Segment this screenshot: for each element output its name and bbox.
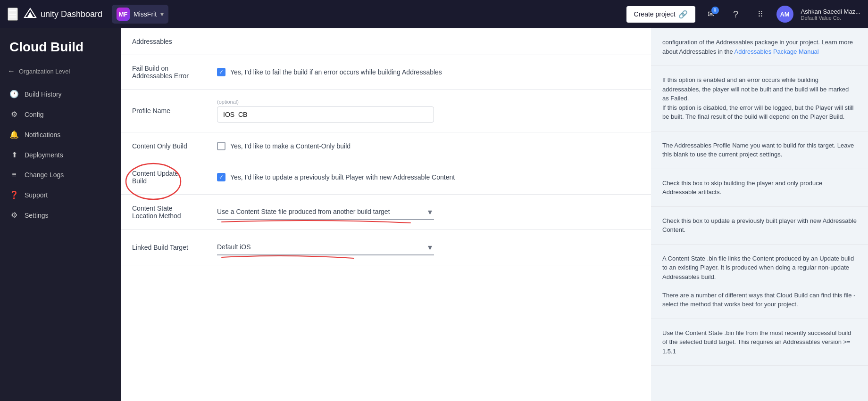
sidebar-app-title: Cloud Build xyxy=(0,28,121,62)
project-icon: MF xyxy=(117,8,130,21)
build-history-icon: 🕐 xyxy=(9,90,19,98)
field-control-content-update: ✓ Yes, I'd like to update a previously b… xyxy=(206,160,651,195)
sidebar-item-support[interactable]: ❓ Support xyxy=(0,185,121,205)
sidebar: Cloud Build ← Organization Level 🕐 Build… xyxy=(0,28,121,401)
checkbox-label-content-update: Yes, I'd like to update a previously bui… xyxy=(230,173,455,181)
linked-build-select-wrapper: Default iOS ▾ xyxy=(217,239,434,255)
create-project-button[interactable]: Create project 🔗 xyxy=(626,6,695,23)
field-label-content-state: Content State Location Method xyxy=(121,195,206,230)
notification-badge: 8 xyxy=(711,7,719,14)
apps-icon: ⠿ xyxy=(758,10,763,19)
table-row: Linked Build Target Default iOS ▾ xyxy=(121,230,651,265)
deployments-icon: ⬆ xyxy=(9,150,19,159)
addressables-manual-link[interactable]: Addressables Package Manual xyxy=(734,48,819,55)
field-label-profile-name: Profile Name xyxy=(121,90,206,132)
field-control-content-only: Yes, I'd like to make a Content-Only bui… xyxy=(206,132,651,160)
project-dropdown-icon: ▾ xyxy=(160,10,164,18)
sidebar-item-label: Settings xyxy=(25,212,49,219)
help-row: The Addressables Profile Name you want t… xyxy=(651,131,868,169)
svg-marker-1 xyxy=(27,12,33,17)
notifications-icon: 🔔 xyxy=(9,130,19,139)
table-row: Fail Build on Addressables Error ✓ Yes, … xyxy=(121,55,651,90)
sidebar-item-label: Config xyxy=(25,111,43,118)
help-text-fail-build: If this option is enabled and an error o… xyxy=(651,66,868,131)
settings-icon: ⚙ xyxy=(9,211,19,220)
help-row: Check this box to skip building the play… xyxy=(651,169,868,206)
checkbox-content-only[interactable] xyxy=(217,142,225,150)
field-control-fail-build: ✓ Yes, I'd like to fail the build if an … xyxy=(206,55,651,90)
avatar[interactable]: AM xyxy=(776,6,793,23)
sidebar-item-notifications[interactable]: 🔔 Notifications xyxy=(0,124,121,145)
checkmark-icon: ✓ xyxy=(219,174,224,180)
app-title: unity Dashboard xyxy=(41,9,102,19)
help-table: configuration of the Addressables packag… xyxy=(651,28,868,366)
sidebar-item-build-history[interactable]: 🕐 Build History xyxy=(0,84,121,104)
help-text-profile-name: The Addressables Profile Name you want t… xyxy=(651,131,868,169)
sidebar-item-label: Support xyxy=(25,191,48,199)
linked-build-select[interactable]: Default iOS xyxy=(217,239,434,255)
checkmark-icon: ✓ xyxy=(219,69,224,75)
help-row: A Content State .bin file links the Cont… xyxy=(651,244,868,319)
config-icon: ⚙ xyxy=(9,110,19,119)
table-row: Content State Location Method Use a Cont… xyxy=(121,195,651,230)
sidebar-item-label: Deployments xyxy=(25,151,63,159)
user-info: Ashkan Saeedi Maz... Default Value Co. xyxy=(801,8,860,21)
help-text-content-state: A Content State .bin file links the Cont… xyxy=(651,244,868,319)
table-row: Content Update Build ✓ xyxy=(121,160,651,195)
sidebar-item-settings[interactable]: ⚙ Settings xyxy=(0,205,121,225)
table-row: Profile Name (optional) xyxy=(121,90,651,132)
apps-button[interactable]: ⠿ xyxy=(752,6,769,23)
field-label-content-update: Content Update Build xyxy=(121,160,206,195)
help-text-content-only: Check this box to skip building the play… xyxy=(651,169,868,206)
help-text-content-update: Check this box to update a previously bu… xyxy=(651,206,868,244)
back-arrow-icon: ← xyxy=(8,67,15,75)
form-table: Addressables Fail Build on Addressables … xyxy=(121,28,651,265)
unity-icon xyxy=(24,8,37,21)
help-row: Check this box to update a previously bu… xyxy=(651,206,868,244)
user-name: Ashkan Saeedi Maz... xyxy=(801,8,860,15)
sidebar-item-change-logs[interactable]: ≡ Change Logs xyxy=(0,165,121,185)
app-logo: unity Dashboard xyxy=(24,8,102,21)
help-row: Use the Content State .bin file from the… xyxy=(651,319,868,366)
form-panel: Addressables Fail Build on Addressables … xyxy=(121,28,651,401)
sidebar-item-config[interactable]: ⚙ Config xyxy=(0,104,121,124)
table-row: Addressables xyxy=(121,28,651,55)
support-icon: ❓ xyxy=(9,190,19,199)
help-panel: configuration of the Addressables packag… xyxy=(651,28,868,401)
sidebar-nav: 🕐 Build History ⚙ Config 🔔 Notifications… xyxy=(0,80,121,229)
checkbox-row-content-only: Yes, I'd like to make a Content-Only bui… xyxy=(217,142,640,150)
field-label-addressables: Addressables xyxy=(121,28,206,55)
main-layout: Cloud Build ← Organization Level 🕐 Build… xyxy=(0,28,868,401)
sidebar-item-label: Change Logs xyxy=(25,171,64,179)
content-area: Addressables Fail Build on Addressables … xyxy=(121,28,868,401)
checkbox-label-fail-build: Yes, I'd like to fail the build if an er… xyxy=(230,68,442,76)
help-row: If this option is enabled and an error o… xyxy=(651,66,868,131)
checkbox-row-content-update: ✓ Yes, I'd like to update a previously b… xyxy=(217,173,640,181)
create-icon: 🔗 xyxy=(678,10,688,19)
checkbox-content-update[interactable]: ✓ xyxy=(217,173,225,181)
user-org: Default Value Co. xyxy=(801,15,860,21)
help-button[interactable]: ? xyxy=(727,6,744,23)
field-control-content-state: Use a Content State file produced from a… xyxy=(206,195,651,230)
field-control-addressables xyxy=(206,28,651,55)
field-label-linked-build: Linked Build Target xyxy=(121,230,206,265)
change-logs-icon: ≡ xyxy=(9,171,19,179)
content-state-select[interactable]: Use a Content State file produced from a… xyxy=(217,204,434,220)
org-level-label: Organization Level xyxy=(19,68,70,75)
help-row: configuration of the Addressables packag… xyxy=(651,28,868,66)
sidebar-item-deployments[interactable]: ⬆ Deployments xyxy=(0,145,121,165)
hamburger-menu-button[interactable]: ☰ xyxy=(8,8,18,21)
checkbox-fail-build[interactable]: ✓ xyxy=(217,68,225,76)
profile-name-input[interactable] xyxy=(217,106,434,123)
field-label-content-only: Content Only Build xyxy=(121,132,206,160)
sidebar-item-label: Build History xyxy=(25,90,62,98)
checkbox-label-content-only: Yes, I'd like to make a Content-Only bui… xyxy=(230,142,351,150)
project-selector[interactable]: MF MissFrit ▾ xyxy=(112,5,168,24)
help-text-linked-build: Use the Content State .bin file from the… xyxy=(651,319,868,366)
topbar: ☰ unity Dashboard MF MissFrit ▾ Create p… xyxy=(0,0,868,28)
topbar-actions: Create project 🔗 ✉ 8 ? ⠿ AM Ashkan Saeed… xyxy=(626,6,860,23)
field-label-fail-build: Fail Build on Addressables Error xyxy=(121,55,206,90)
org-level-nav[interactable]: ← Organization Level xyxy=(0,62,121,80)
optional-label: (optional) xyxy=(217,99,640,105)
messages-button[interactable]: ✉ 8 xyxy=(703,6,720,23)
